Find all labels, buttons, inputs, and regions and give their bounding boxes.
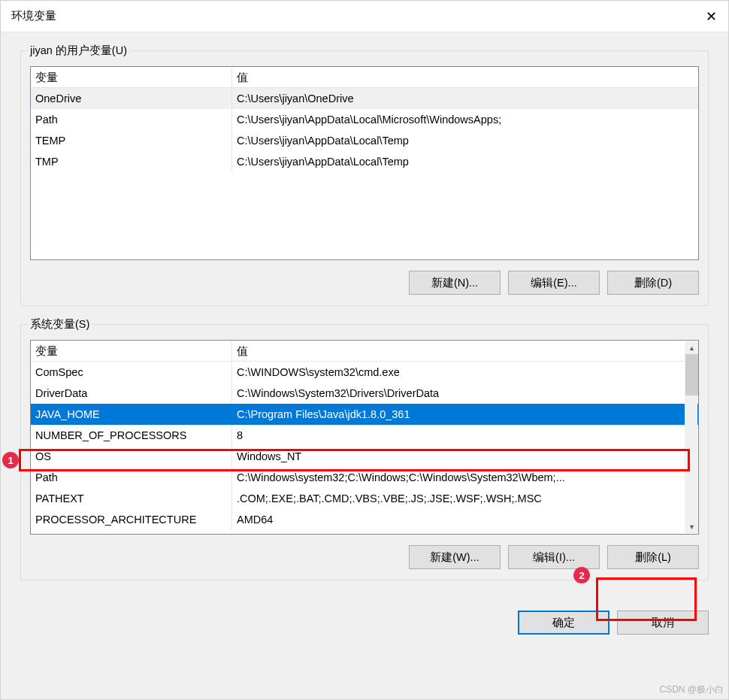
var-name: DriverData: [31, 383, 232, 404]
var-name: TEMP: [31, 130, 232, 151]
annotation-badge-1: 1: [2, 452, 19, 468]
var-name: PROCESSOR_ARCHITECTURE: [31, 509, 232, 530]
list-header: 变量 值: [31, 341, 698, 362]
window-title: 环境变量: [11, 9, 56, 23]
system-variables-group: 系统变量(S) 变量 值 ComSpecC:\WINDOWS\system32\…: [20, 324, 709, 580]
var-name: JAVA_HOME: [31, 404, 232, 425]
user-new-button[interactable]: 新建(N)...: [409, 271, 501, 295]
var-value: Windows_NT: [232, 446, 698, 467]
var-name: TMP: [31, 151, 232, 172]
user-list-body: OneDriveC:\Users\jiyan\OneDrivePathC:\Us…: [31, 88, 698, 259]
table-row[interactable]: PathC:\Users\jiyan\AppData\Local\Microso…: [31, 109, 698, 130]
environment-variables-dialog: 环境变量 ✕ jiyan 的用户变量(U) 变量 值 OneDriveC:\Us…: [0, 0, 729, 700]
system-edit-button[interactable]: 编辑(I)...: [508, 545, 600, 569]
table-row[interactable]: PathC:\Windows\system32;C:\Windows;C:\Wi…: [31, 467, 698, 488]
table-row[interactable]: ComSpecC:\WINDOWS\system32\cmd.exe: [31, 362, 698, 383]
var-name: NUMBER_OF_PROCESSORS: [31, 425, 232, 446]
var-value: C:\Users\jiyan\AppData\Local\Microsoft\W…: [232, 109, 698, 130]
table-row[interactable]: TMPC:\Users\jiyan\AppData\Local\Temp: [31, 151, 698, 172]
annotation-badge-2: 2: [573, 567, 590, 583]
table-row[interactable]: TEMPC:\Users\jiyan\AppData\Local\Temp: [31, 130, 698, 151]
table-row[interactable]: OSWindows_NT: [31, 446, 698, 467]
watermark: CSDN @极小白: [659, 683, 724, 696]
var-value: C:\Windows\system32;C:\Windows;C:\Window…: [232, 467, 698, 488]
var-name: ComSpec: [31, 362, 232, 383]
var-value: C:\WINDOWS\system32\cmd.exe: [232, 362, 698, 383]
var-name: PATHEXT: [31, 488, 232, 509]
user-delete-button[interactable]: 删除(D): [607, 271, 699, 295]
table-row[interactable]: JAVA_HOMEC:\Program Files\Java\jdk1.8.0_…: [31, 404, 698, 425]
cancel-button[interactable]: 取消: [617, 611, 709, 635]
system-button-row: 新建(W)... 编辑(I)... 删除(L): [30, 545, 699, 569]
table-row[interactable]: OneDriveC:\Users\jiyan\OneDrive: [31, 88, 698, 109]
system-list-body: ComSpecC:\WINDOWS\system32\cmd.exeDriver…: [31, 362, 698, 534]
user-variables-list[interactable]: 变量 值 OneDriveC:\Users\jiyan\OneDrivePath…: [30, 66, 699, 260]
col-header-name[interactable]: 变量: [31, 67, 232, 87]
titlebar: 环境变量 ✕: [1, 1, 728, 32]
col-header-name[interactable]: 变量: [31, 341, 232, 361]
list-header: 变量 值: [31, 67, 698, 88]
scroll-thumb[interactable]: [685, 354, 698, 395]
dialog-content: jiyan 的用户变量(U) 变量 值 OneDriveC:\Users\jiy…: [1, 32, 728, 606]
var-value: C:\Program Files\Java\jdk1.8.0_361: [232, 404, 698, 425]
scrollbar[interactable]: ▲ ▼: [685, 341, 697, 533]
col-header-value[interactable]: 值: [232, 341, 698, 361]
table-row[interactable]: PATHEXT.COM;.EXE;.BAT;.CMD;.VBS;.VBE;.JS…: [31, 488, 698, 509]
var-name: Path: [31, 109, 232, 130]
system-delete-button[interactable]: 删除(L): [607, 545, 699, 569]
dialog-button-row: 确定 取消: [1, 606, 728, 635]
user-edit-button[interactable]: 编辑(E)...: [508, 271, 600, 295]
system-new-button[interactable]: 新建(W)...: [409, 545, 501, 569]
table-row[interactable]: DriverDataC:\Windows\System32\Drivers\Dr…: [31, 383, 698, 404]
var-value: .COM;.EXE;.BAT;.CMD;.VBS;.VBE;.JS;.JSE;.…: [232, 488, 698, 509]
col-header-value[interactable]: 值: [232, 67, 698, 87]
var-value: AMD64: [232, 509, 698, 530]
table-row[interactable]: NUMBER_OF_PROCESSORS8: [31, 425, 698, 446]
system-variables-list[interactable]: 变量 值 ComSpecC:\WINDOWS\system32\cmd.exeD…: [30, 340, 699, 535]
var-value: C:\Windows\System32\Drivers\DriverData: [232, 383, 698, 404]
close-icon: ✕: [706, 8, 717, 25]
scroll-down-icon[interactable]: ▼: [685, 520, 698, 533]
user-variables-group: jiyan 的用户变量(U) 变量 值 OneDriveC:\Users\jiy…: [20, 50, 709, 306]
user-button-row: 新建(N)... 编辑(E)... 删除(D): [30, 271, 699, 295]
var-value: C:\Users\jiyan\AppData\Local\Temp: [232, 130, 698, 151]
system-variables-label: 系统变量(S): [27, 317, 92, 332]
table-row[interactable]: PROCESSOR_ARCHITECTUREAMD64: [31, 509, 698, 530]
var-name: OS: [31, 446, 232, 467]
scroll-up-icon[interactable]: ▲: [685, 341, 698, 354]
var-value: C:\Users\jiyan\AppData\Local\Temp: [232, 151, 698, 172]
var-name: OneDrive: [31, 88, 232, 109]
var-value: 8: [232, 425, 698, 446]
ok-button[interactable]: 确定: [518, 611, 610, 635]
var-value: C:\Users\jiyan\OneDrive: [232, 88, 698, 109]
close-button[interactable]: ✕: [694, 1, 728, 32]
user-variables-label: jiyan 的用户变量(U): [27, 44, 130, 58]
var-name: Path: [31, 467, 232, 488]
